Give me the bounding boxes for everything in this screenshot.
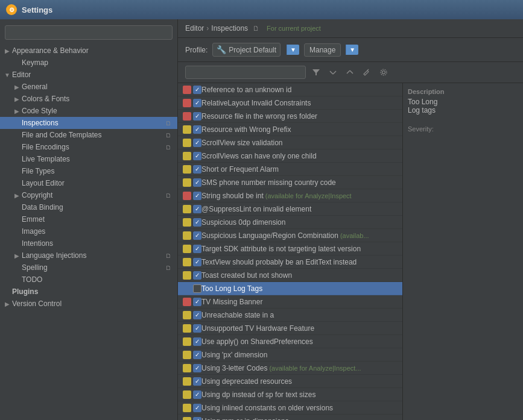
sidebar-item-colors-fonts[interactable]: ▶ Colors & Fonts xyxy=(0,93,177,105)
manage-dropdown-arrow[interactable]: ▼ xyxy=(346,45,358,55)
sidebar-item-editor[interactable]: ▼ Editor xyxy=(0,69,177,81)
inspection-row[interactable]: RelativeLayout Invalid Constraints xyxy=(178,96,402,110)
manage-button[interactable]: Manage xyxy=(304,43,341,57)
inspection-checkbox[interactable] xyxy=(193,390,201,399)
sidebar-item-layout-editor[interactable]: Layout Editor xyxy=(0,177,177,189)
inspection-row[interactable]: Short or Frequent Alarm xyxy=(178,163,402,176)
inspection-row[interactable]: Reference to an unknown id xyxy=(178,83,402,96)
inspection-checkbox[interactable] xyxy=(193,86,201,94)
tree-arrow-closed: ▶ xyxy=(2,301,12,307)
copy-icon: 🗋 xyxy=(165,265,171,271)
sidebar-item-live-templates[interactable]: Live Templates xyxy=(0,153,177,165)
profile-dropdown[interactable]: 🔧 Project Default xyxy=(212,43,281,57)
inspection-checkbox[interactable] xyxy=(193,125,201,134)
inspection-row[interactable]: Too Long Log Tags xyxy=(178,282,402,295)
inspection-row[interactable]: TV Missing Banner xyxy=(178,295,402,309)
inspection-checkbox[interactable] xyxy=(193,311,201,319)
inspection-name: ScrollView size validation xyxy=(201,139,400,147)
sidebar-item-label: Colors & Fonts xyxy=(22,95,175,103)
inspection-checkbox[interactable] xyxy=(193,417,201,421)
severity-yellow-dot xyxy=(183,218,191,227)
inspection-row[interactable]: Using 'px' dimension xyxy=(178,348,402,362)
inspection-row[interactable]: Resource file in the wrong res folder xyxy=(178,110,402,123)
inspection-row[interactable]: Unsupported TV Hardware Feature xyxy=(178,322,402,335)
inspection-checkbox[interactable] xyxy=(193,258,201,266)
inspection-row[interactable]: TextView should probably be an EditText … xyxy=(178,255,402,269)
inspection-row[interactable]: Use apply() on SharedPreferences xyxy=(178,335,402,348)
sidebar-item-code-style[interactable]: ▶ Code Style xyxy=(0,105,177,117)
sidebar-item-spelling[interactable]: Spelling 🗋 xyxy=(0,262,177,274)
window-title: Settings xyxy=(22,5,52,14)
inspection-name: Using inlined constants on older version… xyxy=(201,404,400,412)
inspection-row[interactable]: Using dp instead of sp for text sizes xyxy=(178,388,402,401)
inspection-checkbox[interactable] xyxy=(193,165,201,174)
copy-icon: 🗋 xyxy=(165,192,171,199)
inspection-toolbar xyxy=(178,62,523,83)
sidebar-item-general[interactable]: ▶ General xyxy=(0,81,177,93)
inspection-checkbox[interactable] xyxy=(193,364,201,372)
filter-button[interactable] xyxy=(309,67,323,78)
sidebar-item-data-binding[interactable]: Data Binding xyxy=(0,201,177,213)
sidebar-item-emmet[interactable]: Emmet xyxy=(0,213,177,225)
inspection-row[interactable]: Target SDK attribute is not targeting la… xyxy=(178,242,402,255)
inspection-search-input[interactable] xyxy=(185,66,306,79)
inspection-checkbox[interactable] xyxy=(193,271,201,280)
sidebar-item-file-code-templates[interactable]: File and Code Templates 🗋 xyxy=(0,129,177,141)
inspection-checkbox[interactable] xyxy=(193,99,201,107)
edit-button[interactable] xyxy=(360,67,373,78)
inspection-row[interactable]: Using inlined constants on older version… xyxy=(178,401,402,415)
sidebar-item-todo[interactable]: TODO xyxy=(0,274,177,286)
inspection-row[interactable]: Suspicious 0dp dimension xyxy=(178,216,402,229)
inspection-name: Suspicious Language/Region Combination (… xyxy=(201,231,400,240)
sidebar-item-file-encodings[interactable]: File Encodings 🗋 xyxy=(0,141,177,153)
inspection-checkbox[interactable] xyxy=(193,205,201,213)
inspection-row[interactable]: Resource with Wrong Prefix xyxy=(178,123,402,136)
sidebar-item-label: TODO xyxy=(22,275,175,284)
sidebar-item-plugins[interactable]: Plugins xyxy=(0,286,177,298)
inspection-checkbox[interactable] xyxy=(193,298,201,306)
severity-yellow-dot xyxy=(183,271,191,280)
expand-all-button[interactable] xyxy=(326,67,340,78)
sidebar-item-images[interactable]: Images xyxy=(0,225,177,237)
inspection-row[interactable]: String should be int (available for Anal… xyxy=(178,189,402,202)
sidebar-item-appearance[interactable]: ▶ Appearance & Behavior xyxy=(0,45,177,57)
inspection-name: Too Long Log Tags xyxy=(201,284,400,293)
inspection-checkbox[interactable] xyxy=(193,404,201,412)
inspection-checkbox[interactable] xyxy=(193,218,201,227)
inspection-name: Use apply() on SharedPreferences xyxy=(201,337,400,346)
inspection-checkbox[interactable] xyxy=(193,192,201,200)
inspection-row[interactable]: Suspicious Language/Region Combination (… xyxy=(178,229,402,242)
sidebar-item-language-injections[interactable]: ▶ Language Injections 🗋 xyxy=(0,249,177,262)
settings-button[interactable] xyxy=(377,67,390,78)
sidebar-item-keymap[interactable]: Keymap xyxy=(0,57,177,69)
sidebar-item-file-types[interactable]: File Types xyxy=(0,165,177,177)
inspection-row[interactable]: Using deprecated resources xyxy=(178,375,402,388)
inspection-row[interactable]: Using mm or in dimensions xyxy=(178,415,402,420)
collapse-all-button[interactable] xyxy=(343,67,357,78)
inspection-checkbox[interactable] xyxy=(193,152,201,160)
inspection-checkbox[interactable] xyxy=(193,231,201,240)
inspection-checkbox[interactable] xyxy=(193,139,201,147)
inspection-checkbox[interactable] xyxy=(193,324,201,333)
sidebar-item-copyright[interactable]: ▶ Copyright 🗋 xyxy=(0,189,177,201)
sidebar-item-version-control[interactable]: ▶ Version Control xyxy=(0,298,177,310)
sidebar-item-label: Live Templates xyxy=(22,155,175,163)
profile-dropdown-arrow[interactable]: ▼ xyxy=(287,45,299,55)
inspection-checkbox[interactable] xyxy=(193,284,201,293)
inspection-row[interactable]: @SuppressLint on invalid element xyxy=(178,202,402,216)
inspection-row[interactable]: Using 3-letter Codes (available for Anal… xyxy=(178,362,402,375)
sidebar-search-input[interactable] xyxy=(5,25,173,40)
inspection-row[interactable]: Unreachable state in a xyxy=(178,309,402,322)
inspection-row[interactable]: ScrollView size validation xyxy=(178,136,402,149)
inspection-checkbox[interactable] xyxy=(193,245,201,253)
inspection-row[interactable]: ScrollViews can have only one child xyxy=(178,149,402,163)
inspection-row[interactable]: Toast created but not shown xyxy=(178,269,402,282)
sidebar-item-intentions[interactable]: Intentions xyxy=(0,237,177,249)
inspection-checkbox[interactable] xyxy=(193,337,201,346)
inspection-checkbox[interactable] xyxy=(193,351,201,359)
inspection-checkbox[interactable] xyxy=(193,112,201,121)
inspection-row[interactable]: SMS phone number missing country code xyxy=(178,176,402,189)
sidebar-item-inspections[interactable]: Inspections 🗋 xyxy=(0,117,177,129)
inspection-checkbox[interactable] xyxy=(193,377,201,386)
inspection-checkbox[interactable] xyxy=(193,178,201,187)
